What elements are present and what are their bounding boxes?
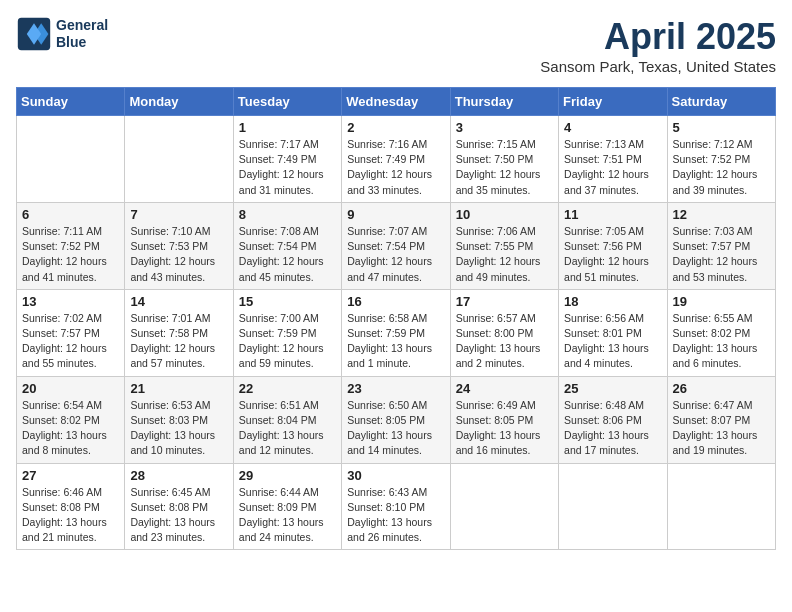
- day-number: 18: [564, 294, 661, 309]
- weekday-header-cell: Thursday: [450, 88, 558, 116]
- logo-text: General Blue: [56, 17, 108, 51]
- weekday-header-cell: Sunday: [17, 88, 125, 116]
- calendar-day-cell: 20Sunrise: 6:54 AM Sunset: 8:02 PM Dayli…: [17, 376, 125, 463]
- calendar-day-cell: 18Sunrise: 6:56 AM Sunset: 8:01 PM Dayli…: [559, 289, 667, 376]
- calendar-day-cell: 29Sunrise: 6:44 AM Sunset: 8:09 PM Dayli…: [233, 463, 341, 550]
- calendar-day-cell: 23Sunrise: 6:50 AM Sunset: 8:05 PM Dayli…: [342, 376, 450, 463]
- calendar-day-cell: [667, 463, 775, 550]
- day-number: 29: [239, 468, 336, 483]
- calendar-day-cell: [450, 463, 558, 550]
- calendar-day-cell: 12Sunrise: 7:03 AM Sunset: 7:57 PM Dayli…: [667, 202, 775, 289]
- calendar-day-cell: 19Sunrise: 6:55 AM Sunset: 8:02 PM Dayli…: [667, 289, 775, 376]
- calendar-day-cell: 13Sunrise: 7:02 AM Sunset: 7:57 PM Dayli…: [17, 289, 125, 376]
- weekday-header-cell: Saturday: [667, 88, 775, 116]
- weekday-header-cell: Friday: [559, 88, 667, 116]
- day-number: 4: [564, 120, 661, 135]
- calendar-day-cell: [17, 116, 125, 203]
- day-number: 7: [130, 207, 227, 222]
- day-number: 27: [22, 468, 119, 483]
- day-info: Sunrise: 7:16 AM Sunset: 7:49 PM Dayligh…: [347, 137, 444, 198]
- day-number: 23: [347, 381, 444, 396]
- day-number: 16: [347, 294, 444, 309]
- day-number: 13: [22, 294, 119, 309]
- day-info: Sunrise: 7:10 AM Sunset: 7:53 PM Dayligh…: [130, 224, 227, 285]
- day-info: Sunrise: 7:07 AM Sunset: 7:54 PM Dayligh…: [347, 224, 444, 285]
- day-number: 22: [239, 381, 336, 396]
- day-number: 17: [456, 294, 553, 309]
- day-info: Sunrise: 7:06 AM Sunset: 7:55 PM Dayligh…: [456, 224, 553, 285]
- calendar-body: 1Sunrise: 7:17 AM Sunset: 7:49 PM Daylig…: [17, 116, 776, 550]
- calendar-day-cell: 16Sunrise: 6:58 AM Sunset: 7:59 PM Dayli…: [342, 289, 450, 376]
- day-info: Sunrise: 6:53 AM Sunset: 8:03 PM Dayligh…: [130, 398, 227, 459]
- day-info: Sunrise: 6:48 AM Sunset: 8:06 PM Dayligh…: [564, 398, 661, 459]
- day-number: 2: [347, 120, 444, 135]
- day-info: Sunrise: 7:11 AM Sunset: 7:52 PM Dayligh…: [22, 224, 119, 285]
- calendar-day-cell: 3Sunrise: 7:15 AM Sunset: 7:50 PM Daylig…: [450, 116, 558, 203]
- day-info: Sunrise: 6:57 AM Sunset: 8:00 PM Dayligh…: [456, 311, 553, 372]
- calendar-day-cell: 24Sunrise: 6:49 AM Sunset: 8:05 PM Dayli…: [450, 376, 558, 463]
- day-number: 6: [22, 207, 119, 222]
- day-number: 20: [22, 381, 119, 396]
- day-number: 19: [673, 294, 770, 309]
- day-info: Sunrise: 7:08 AM Sunset: 7:54 PM Dayligh…: [239, 224, 336, 285]
- calendar-day-cell: 4Sunrise: 7:13 AM Sunset: 7:51 PM Daylig…: [559, 116, 667, 203]
- title-area: April 2025 Sansom Park, Texas, United St…: [540, 16, 776, 75]
- logo-icon: [16, 16, 52, 52]
- day-info: Sunrise: 7:12 AM Sunset: 7:52 PM Dayligh…: [673, 137, 770, 198]
- day-info: Sunrise: 7:03 AM Sunset: 7:57 PM Dayligh…: [673, 224, 770, 285]
- calendar-day-cell: [125, 116, 233, 203]
- day-number: 28: [130, 468, 227, 483]
- day-number: 21: [130, 381, 227, 396]
- day-info: Sunrise: 6:47 AM Sunset: 8:07 PM Dayligh…: [673, 398, 770, 459]
- day-number: 1: [239, 120, 336, 135]
- calendar-day-cell: 9Sunrise: 7:07 AM Sunset: 7:54 PM Daylig…: [342, 202, 450, 289]
- calendar-day-cell: 1Sunrise: 7:17 AM Sunset: 7:49 PM Daylig…: [233, 116, 341, 203]
- calendar-week-row: 13Sunrise: 7:02 AM Sunset: 7:57 PM Dayli…: [17, 289, 776, 376]
- day-info: Sunrise: 6:44 AM Sunset: 8:09 PM Dayligh…: [239, 485, 336, 546]
- location-title: Sansom Park, Texas, United States: [540, 58, 776, 75]
- day-number: 24: [456, 381, 553, 396]
- calendar-day-cell: 7Sunrise: 7:10 AM Sunset: 7:53 PM Daylig…: [125, 202, 233, 289]
- calendar-table: SundayMondayTuesdayWednesdayThursdayFrid…: [16, 87, 776, 550]
- calendar-day-cell: 25Sunrise: 6:48 AM Sunset: 8:06 PM Dayli…: [559, 376, 667, 463]
- weekday-header-cell: Monday: [125, 88, 233, 116]
- calendar-day-cell: 28Sunrise: 6:45 AM Sunset: 8:08 PM Dayli…: [125, 463, 233, 550]
- calendar-day-cell: 5Sunrise: 7:12 AM Sunset: 7:52 PM Daylig…: [667, 116, 775, 203]
- calendar-day-cell: 30Sunrise: 6:43 AM Sunset: 8:10 PM Dayli…: [342, 463, 450, 550]
- day-info: Sunrise: 6:56 AM Sunset: 8:01 PM Dayligh…: [564, 311, 661, 372]
- calendar-day-cell: 27Sunrise: 6:46 AM Sunset: 8:08 PM Dayli…: [17, 463, 125, 550]
- day-info: Sunrise: 6:43 AM Sunset: 8:10 PM Dayligh…: [347, 485, 444, 546]
- calendar-week-row: 6Sunrise: 7:11 AM Sunset: 7:52 PM Daylig…: [17, 202, 776, 289]
- day-number: 30: [347, 468, 444, 483]
- day-info: Sunrise: 6:55 AM Sunset: 8:02 PM Dayligh…: [673, 311, 770, 372]
- calendar-day-cell: 10Sunrise: 7:06 AM Sunset: 7:55 PM Dayli…: [450, 202, 558, 289]
- calendar-day-cell: 11Sunrise: 7:05 AM Sunset: 7:56 PM Dayli…: [559, 202, 667, 289]
- calendar-week-row: 1Sunrise: 7:17 AM Sunset: 7:49 PM Daylig…: [17, 116, 776, 203]
- calendar-week-row: 27Sunrise: 6:46 AM Sunset: 8:08 PM Dayli…: [17, 463, 776, 550]
- weekday-header-row: SundayMondayTuesdayWednesdayThursdayFrid…: [17, 88, 776, 116]
- page-header: General Blue April 2025 Sansom Park, Tex…: [16, 16, 776, 75]
- day-number: 11: [564, 207, 661, 222]
- day-info: Sunrise: 7:01 AM Sunset: 7:58 PM Dayligh…: [130, 311, 227, 372]
- day-info: Sunrise: 6:46 AM Sunset: 8:08 PM Dayligh…: [22, 485, 119, 546]
- day-number: 12: [673, 207, 770, 222]
- day-number: 8: [239, 207, 336, 222]
- day-info: Sunrise: 7:05 AM Sunset: 7:56 PM Dayligh…: [564, 224, 661, 285]
- day-info: Sunrise: 6:54 AM Sunset: 8:02 PM Dayligh…: [22, 398, 119, 459]
- calendar-day-cell: 21Sunrise: 6:53 AM Sunset: 8:03 PM Dayli…: [125, 376, 233, 463]
- day-number: 14: [130, 294, 227, 309]
- calendar-day-cell: 6Sunrise: 7:11 AM Sunset: 7:52 PM Daylig…: [17, 202, 125, 289]
- calendar-day-cell: 14Sunrise: 7:01 AM Sunset: 7:58 PM Dayli…: [125, 289, 233, 376]
- weekday-header-cell: Tuesday: [233, 88, 341, 116]
- weekday-header-cell: Wednesday: [342, 88, 450, 116]
- calendar-week-row: 20Sunrise: 6:54 AM Sunset: 8:02 PM Dayli…: [17, 376, 776, 463]
- day-number: 9: [347, 207, 444, 222]
- calendar-day-cell: [559, 463, 667, 550]
- day-info: Sunrise: 7:17 AM Sunset: 7:49 PM Dayligh…: [239, 137, 336, 198]
- day-info: Sunrise: 6:58 AM Sunset: 7:59 PM Dayligh…: [347, 311, 444, 372]
- calendar-day-cell: 26Sunrise: 6:47 AM Sunset: 8:07 PM Dayli…: [667, 376, 775, 463]
- day-info: Sunrise: 6:49 AM Sunset: 8:05 PM Dayligh…: [456, 398, 553, 459]
- day-number: 26: [673, 381, 770, 396]
- day-info: Sunrise: 7:13 AM Sunset: 7:51 PM Dayligh…: [564, 137, 661, 198]
- day-info: Sunrise: 6:50 AM Sunset: 8:05 PM Dayligh…: [347, 398, 444, 459]
